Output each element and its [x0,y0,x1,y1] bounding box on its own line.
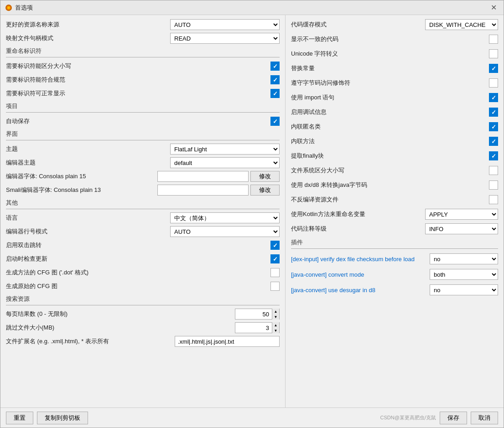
smali-font-label: Smali编辑器字体: Consolas plain 13 [6,186,101,194]
footer: 重置 复制到剪切板 CSDN@某更高肥虫/克鼠 保存 取消 [0,407,504,428]
save-button[interactable]: 保存 [440,412,467,424]
search-divider [6,305,280,305]
fs-case-row: 文件系统区分大小写 [291,165,498,176]
auto-save-checkbox[interactable] [270,117,280,126]
java-convert-mode-select[interactable]: both java kotlin [430,269,498,280]
results-per-page-spinner: ▲ ▼ [272,309,279,320]
skip-file-input[interactable] [235,323,272,333]
no-decompile-control [489,195,498,204]
editor-font-input[interactable] [157,171,249,182]
project-section-label: 项目 [6,102,280,110]
rename-case-checkbox[interactable] [270,62,280,71]
theme-select[interactable]: FlatLaf Light FlatLaf Dark System [170,144,280,155]
theme-value: FlatLaf Light FlatLaf Dark System [88,144,280,155]
language-select[interactable]: 中文（简体） English [170,212,280,223]
double-click-checkbox[interactable] [270,241,280,250]
rename-conform-label: 需要标识符能符合规范 [6,76,143,84]
byte-access-checkbox[interactable] [489,78,498,88]
double-click-value [143,241,280,250]
copy-button[interactable]: 复制到剪切板 [37,412,88,424]
results-per-page-input-wrapper: ▲ ▼ [235,309,280,320]
unicode-escape-row: Unicode 字符转义 [291,48,498,60]
byte-access-row: 遵守字节码访问修饰符 [291,77,498,89]
use-dx-control [489,180,498,190]
rename-display-row: 需要标识符可正常显示 [6,88,280,99]
rename-display-value [143,89,280,98]
close-button[interactable]: ✕ [488,2,499,13]
editor-theme-select[interactable]: default monokai [170,157,280,168]
use-import-checkbox[interactable] [489,93,498,102]
code-comment-select[interactable]: INFO DEBUG WARN [425,223,498,234]
show-inconsistent-checkbox[interactable] [489,35,498,44]
results-per-page-input[interactable] [235,309,272,319]
dex-input-select[interactable]: no yes [430,253,498,264]
extensions-input[interactable] [175,336,280,347]
theme-row: 主题 FlatLaf Light FlatLaf Dark System [6,143,280,155]
rename-display-checkbox[interactable] [270,89,280,98]
cfg-raw-checkbox[interactable] [270,282,280,291]
map-file-mode-row: 映射文件句柄模式 READ [6,32,280,44]
inline-anon-control [489,122,498,131]
dex-input-control: no yes [430,253,498,264]
cancel-button[interactable]: 取消 [471,412,498,424]
skip-file-input-wrapper: ▲ ▼ [235,322,280,333]
reset-button[interactable]: 重置 [6,412,33,424]
app-icon [5,4,12,11]
theme-label: 主题 [6,145,88,153]
unicode-escape-checkbox[interactable] [489,49,498,58]
code-cache-control: DISK_WITH_CACHE MEMORY DISK [425,19,498,30]
smali-font-btn[interactable]: 修改 [250,185,280,196]
content-area: 更好的资源名称来源 AUTO 映射文件句柄模式 READ 重命名标识符 [0,15,504,407]
rename-conform-checkbox[interactable] [270,75,280,84]
replace-const-checkbox[interactable] [489,64,498,73]
editor-line-mode-select[interactable]: AUTO RELATIVE NORMAL [170,226,280,237]
editor-font-btn[interactable]: 修改 [250,171,280,182]
startup-check-label: 启动时检查更新 [6,255,143,263]
map-file-mode-label: 映射文件句柄模式 [6,34,88,42]
other-divider [6,209,280,209]
debug-info-control [489,108,498,117]
preferences-window: 首选项 ✕ 更好的资源名称来源 AUTO 映射文件句柄模式 READ [0,0,504,428]
resource-name-source-select[interactable]: AUTO [170,19,280,30]
no-decompile-label: 不反编译资源文件 [291,196,489,204]
java-convert-desugar-control: no yes [430,284,498,295]
inline-anon-checkbox[interactable] [489,122,498,131]
footer-right: CSDN@某更高肥虫/克鼠 保存 取消 [380,412,498,424]
skip-file-up[interactable]: ▲ [272,322,279,328]
code-cache-select[interactable]: DISK_WITH_CACHE MEMORY DISK [425,19,498,30]
double-click-label: 启用双击跳转 [6,241,143,249]
use-import-control [489,93,498,102]
byte-access-label: 遵守字节码访问修饰符 [291,79,489,87]
editor-font-row: 编辑器字体: Consolas plain 15 修改 [6,170,280,182]
skip-file-down[interactable]: ▼ [272,328,279,333]
fs-case-checkbox[interactable] [489,166,498,175]
startup-check-checkbox[interactable] [270,254,280,263]
no-decompile-checkbox[interactable] [489,195,498,204]
cfg-dot-checkbox[interactable] [270,268,280,277]
cfg-dot-value [143,268,280,277]
use-dx-checkbox[interactable] [489,180,498,190]
dex-input-label: [dex-input] verify dex file checksum bef… [291,256,430,263]
kotlin-rename-control: APPLY NEVER ALWAYS [425,209,498,220]
smali-font-row: Smali编辑器字体: Consolas plain 13 修改 [6,184,280,196]
use-import-label: 使用 import 语句 [291,93,489,102]
inline-method-checkbox[interactable] [489,137,498,146]
results-per-page-label: 每页结果数 (0 - 无限制) [6,310,88,318]
skip-file-spinner: ▲ ▼ [272,322,279,333]
extract-finally-checkbox[interactable] [489,151,498,160]
map-file-mode-select[interactable]: READ [170,33,280,44]
kotlin-rename-select[interactable]: APPLY NEVER ALWAYS [425,209,498,220]
startup-check-value [143,254,280,263]
java-convert-mode-control: both java kotlin [430,269,498,280]
code-cache-row: 代码缓存模式 DISK_WITH_CACHE MEMORY DISK [291,19,498,31]
byte-access-control [489,78,498,88]
smali-font-input[interactable] [157,185,249,196]
results-per-page-up[interactable]: ▲ [272,309,279,314]
extract-finally-label: 提取finally块 [291,152,489,160]
dex-input-row: [dex-input] verify dex file checksum bef… [291,253,498,265]
debug-info-checkbox[interactable] [489,108,498,117]
java-convert-desugar-select[interactable]: no yes [430,284,498,295]
skip-file-label: 跳过文件大小(MB) [6,324,88,332]
results-per-page-down[interactable]: ▼ [272,314,279,320]
java-convert-mode-row: [java-convert] convert mode both java ko… [291,268,498,281]
